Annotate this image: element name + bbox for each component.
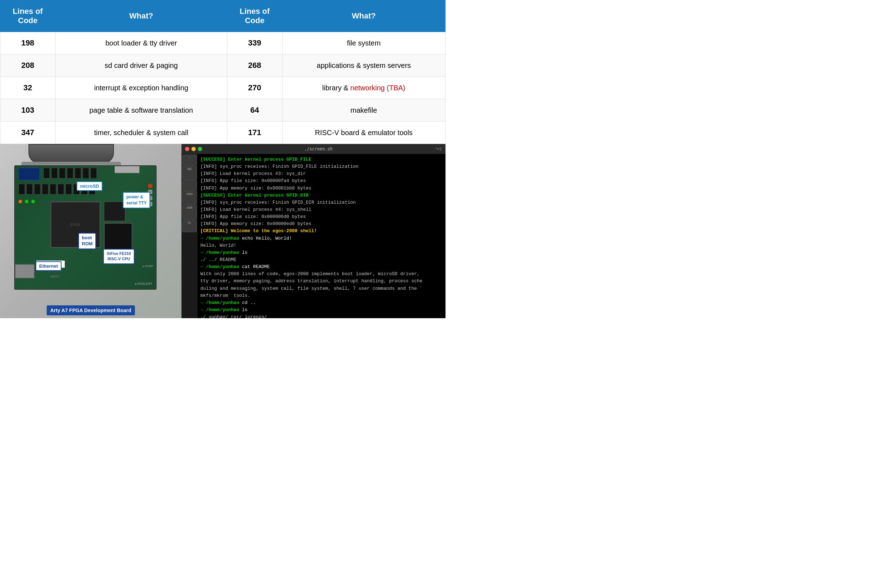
usb-chip <box>18 168 40 180</box>
terminal-line: tty driver, memory paging, address trans… <box>200 278 442 285</box>
table-cell-desc2: makefile <box>282 99 445 122</box>
led-orange <box>18 200 22 203</box>
table-cell-loc2: 270 <box>227 77 282 99</box>
bottom-section: FPGA ||||||||||| ▲DIGILENT ▲AV <box>0 144 446 318</box>
terminal-line: → /home/yunhao cd .. <box>200 299 442 306</box>
table-cell-desc1: page table & software translation <box>56 99 227 122</box>
table-cell-loc2: 171 <box>227 122 282 144</box>
arty-text: ARTY <box>51 275 59 278</box>
terminal-line: → /home/yunhao ls <box>200 249 442 256</box>
table-cell-desc1: interrupt & exception handling <box>56 77 227 99</box>
ic8 <box>18 184 25 195</box>
table-cell-loc1: 32 <box>0 77 56 99</box>
power-serial-label: power &serial TTY <box>123 192 150 208</box>
table-cell-loc1: 198 <box>0 32 56 54</box>
ic5 <box>75 168 81 178</box>
table-cell-desc1: sd card driver & paging <box>56 54 227 77</box>
terminal-keybind: ⌃⌘1 <box>435 147 442 152</box>
ic14 <box>65 184 72 195</box>
terminal-line: [CRITICAL] Welcome to the egos-2000 shel… <box>200 228 442 235</box>
ic13 <box>58 184 64 195</box>
app-container: Lines of Code What? Lines of Code What? … <box>0 0 446 318</box>
table-row: 32interrupt & exception handling270libra… <box>0 77 446 99</box>
avnet-label: ▲AVNET <box>142 264 154 268</box>
table-cell-loc1: 103 <box>0 99 56 122</box>
terminal-line: Hello, World! <box>200 242 442 249</box>
terminal-line: [SUCCESS] Enter kernel process GPID_DIR <box>200 192 442 199</box>
table-cell-loc1: 347 <box>0 122 56 144</box>
ic1 <box>44 168 50 178</box>
board-area: FPGA ||||||||||| ▲DIGILENT ▲AV <box>0 144 182 318</box>
table-row: 198boot loader & tty driver339file syste… <box>0 32 446 54</box>
terminal-close-button[interactable] <box>185 147 189 151</box>
ic11 <box>42 184 48 195</box>
table-row: 103page table & software translation64ma… <box>0 99 446 122</box>
key-dot[interactable]: · <box>182 180 197 190</box>
table-row: 347timer, scheduler & system call171RISC… <box>0 122 446 144</box>
terminal-line: With only 2000 lines of code, egos-2000 … <box>200 270 442 278</box>
bootrom-label: bootROM <box>78 233 96 249</box>
ic2 <box>51 168 58 178</box>
ic4 <box>67 168 73 178</box>
sifive-label: SiFive FE310RISC-V CPU <box>103 249 134 264</box>
ic12 <box>50 184 56 195</box>
table-header-row: Lines of Code What? Lines of Code What? <box>0 0 446 32</box>
table-cell-loc1: 208 <box>0 54 56 77</box>
terminal-line: [INFO] App file size: 0x00000fa4 bytes <box>200 177 442 184</box>
terminal-area: ./screen.sh ⌃⌘1 ~ tab · caps shift fn [S… <box>182 144 446 318</box>
terminal-maximize-button[interactable] <box>198 147 202 151</box>
bootrom-chip <box>104 202 125 221</box>
led-green <box>25 200 29 203</box>
lines-of-code-table: Lines of Code What? Lines of Code What? … <box>0 0 446 144</box>
table-cell-desc1: boot loader & tty driver <box>56 32 227 54</box>
ethernet-label: Ethernet <box>36 261 62 271</box>
key-caps[interactable]: caps <box>182 190 197 204</box>
terminal-line: [INFO] Load kernel process #3: sys_dir <box>200 170 442 177</box>
microsd-label: microSD <box>77 181 102 191</box>
key-shift[interactable]: shift <box>182 204 197 219</box>
header-loc2: Lines of Code <box>227 0 282 32</box>
table-cell-loc2: 339 <box>227 32 282 54</box>
terminal-minimize-button[interactable] <box>191 147 196 151</box>
keyboard-keys: ~ tab · caps shift fn <box>182 154 197 318</box>
ethernet-port <box>15 264 35 278</box>
table-cell-loc2: 268 <box>227 54 282 77</box>
key-fn[interactable]: fn <box>182 220 197 232</box>
terminal-line: [INFO] sys_proc receives: Finish GPID_DI… <box>200 199 442 206</box>
terminal-line: [INFO] sys_proc receives: Finish GPID_FI… <box>200 163 442 170</box>
terminal-titlebar: ./screen.sh ⌃⌘1 <box>182 144 446 154</box>
sifive-chip <box>104 223 132 251</box>
digilent-label: ▲DIGILENT <box>134 282 152 285</box>
table-cell-desc2: applications & system servers <box>282 54 445 77</box>
terminal-line: [SUCCESS] Enter kernel process GPID_FILE <box>200 156 442 163</box>
terminal-line: ./ ../ README <box>200 256 442 263</box>
board-background: FPGA ||||||||||| ▲DIGILENT ▲AV <box>0 144 182 318</box>
terminal-line: [INFO] App memory size: 0x00001bb0 bytes <box>200 185 442 192</box>
header-loc1: Lines of Code <box>0 0 56 32</box>
btn-red[interactable] <box>148 184 152 188</box>
table-section: Lines of Code What? Lines of Code What? … <box>0 0 446 144</box>
terminal-line: duling and messaging, system call, file … <box>200 285 442 292</box>
terminal-line: → /home/yunhao ls <box>200 306 442 314</box>
header-what2: What? <box>282 0 445 32</box>
table-row: 208sd card driver & paging268application… <box>0 54 446 77</box>
usb-cable <box>29 144 114 164</box>
key-tilde[interactable]: ~ <box>182 154 197 165</box>
ic9 <box>26 184 33 195</box>
terminal-line: → /home/yunhao echo Hello, World! <box>200 235 442 242</box>
key-tab[interactable]: tab <box>182 166 197 180</box>
ic3 <box>59 168 65 178</box>
table-cell-desc2: RISC-V board & emulator tools <box>282 122 445 144</box>
terminal-line: [INFO] App file size: 0x000006d0 bytes <box>200 213 442 220</box>
header-what1: What? <box>56 0 227 32</box>
terminal-line: [INFO] App memory size: 0x00000ed0 bytes <box>200 220 442 228</box>
terminal-title: ./screen.sh <box>204 147 433 152</box>
microsd-slot <box>114 166 140 173</box>
table-cell-desc2: library & networking (TBA) <box>282 77 445 99</box>
table-cell-desc1: timer, scheduler & system call <box>56 122 227 144</box>
led-green2 <box>31 200 35 203</box>
ic6 <box>83 168 89 178</box>
terminal-line: ./ yunhao/ rvr/ lorenzo/ <box>200 314 442 318</box>
table-cell-loc2: 64 <box>227 99 282 122</box>
arty-label: Arty A7 FPGA Development Board <box>47 305 135 315</box>
